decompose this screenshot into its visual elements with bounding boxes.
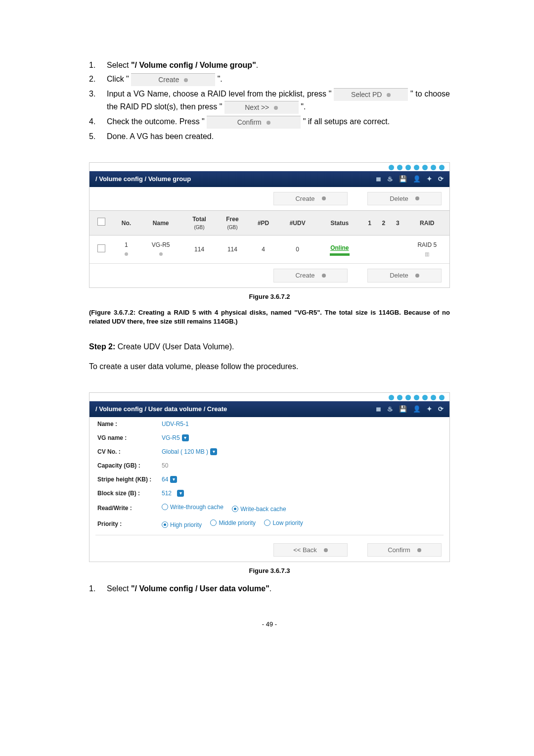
capacity-field[interactable]: 50 (162, 461, 168, 470)
step-2-heading: Step 2: Create UDV (User Data Volume). (89, 341, 450, 353)
rw-writethrough-option[interactable]: Write-through cache (162, 503, 223, 512)
create-button[interactable]: Create (273, 192, 348, 206)
header-icons: ≣ ♨ 💾 👤 ✦ ⟳ (376, 404, 444, 414)
next-button-inline[interactable]: Next >> (224, 101, 299, 114)
status-progress (330, 253, 350, 256)
row-checkbox[interactable] (97, 244, 105, 252)
confirm-button-inline[interactable]: Confirm (207, 116, 301, 129)
rw-writeback-option[interactable]: Write-back cache (232, 505, 286, 514)
col-free: Free(GB) (217, 211, 249, 236)
col-3: 3 (391, 211, 404, 236)
chevron-down-icon: ▾ (182, 434, 189, 441)
priority-high-option[interactable]: High priority (162, 520, 202, 529)
radio-icon (210, 520, 217, 526)
stripe-select[interactable]: 64▾ (162, 475, 177, 484)
radio-checked-icon (232, 506, 238, 512)
header-icons: ≣ ♨ 💾 👤 ✦ ⟳ (376, 174, 444, 184)
table-row: 1 VG-R5 114 114 4 0 Online RAID 5▥ (89, 236, 449, 264)
refresh-icon[interactable]: ⟳ (438, 174, 444, 184)
li-num: 2. (89, 73, 107, 85)
page-number: - 49 - (89, 619, 450, 629)
capacity-label: Capacity (GB) : (97, 461, 162, 470)
radio-checked-icon (162, 521, 168, 528)
step-2-sub: To create a user data volume, please fol… (89, 361, 450, 373)
cvno-select[interactable]: Global ( 120 MB )▾ (162, 447, 217, 456)
li-num: 1. (89, 59, 107, 71)
priority-label: Priority : (97, 520, 162, 528)
delete-button[interactable]: Delete (367, 269, 442, 283)
figure-description: (Figure 3.6.7.2: Creating a RAID 5 with … (89, 308, 450, 326)
breadcrumb: / Volume config / Volume group (95, 174, 191, 184)
li-num: 5. (89, 131, 107, 142)
col-name: Name (139, 211, 182, 236)
block-label: Block size (B) : (97, 489, 162, 498)
col-status: Status (316, 211, 362, 236)
block-select[interactable]: 512 ▾ (162, 489, 184, 498)
figure-caption: Figure 3.6.7.3 (89, 566, 450, 576)
li-text: Select (107, 61, 131, 69)
col-no: No. (113, 211, 139, 236)
raid-icon[interactable]: ▥ (425, 251, 429, 257)
led-row (89, 393, 449, 401)
li-num: 4. (89, 116, 107, 128)
name-label: Name : (97, 420, 162, 428)
instructions-list-1: 1. Select "/ Volume config / Volume grou… (89, 59, 450, 142)
chevron-down-icon: ▾ (177, 490, 184, 497)
confirm-button[interactable]: Confirm (367, 543, 442, 557)
chevron-down-icon: ▾ (170, 476, 177, 483)
flame-icon[interactable]: ♨ (387, 404, 393, 414)
col-raid: RAID (405, 211, 449, 236)
figure-caption: Figure 3.6.7.2 (89, 292, 450, 302)
cvno-label: CV No. : (97, 447, 162, 456)
create-button[interactable]: Create (273, 269, 348, 283)
radio-icon (162, 504, 168, 510)
list-icon[interactable]: ≣ (376, 174, 381, 184)
li-num: 1. (89, 583, 107, 595)
breadcrumb: / Volume config / User data volume / Cre… (95, 404, 227, 414)
person-icon[interactable]: 👤 (413, 174, 421, 184)
person-icon[interactable]: 👤 (413, 404, 421, 414)
col-2: 2 (377, 211, 391, 236)
li-num: 3. (89, 88, 107, 100)
li-text: Done. A VG has been created. (107, 132, 214, 141)
li-text-bold: "/ Volume config / Volume group" (131, 61, 256, 69)
select-all-checkbox[interactable] (97, 218, 105, 226)
create-udv-panel: / Volume config / User data volume / Cre… (89, 392, 450, 562)
vgname-label: VG name : (97, 433, 162, 442)
refresh-icon[interactable]: ⟳ (438, 404, 444, 414)
tools-icon[interactable]: ✦ (427, 174, 432, 184)
col-1: 1 (362, 211, 376, 236)
save-icon[interactable]: 💾 (399, 404, 407, 414)
tools-icon[interactable]: ✦ (427, 404, 432, 414)
col-pd: #PD (248, 211, 278, 236)
stripe-label: Stripe height (KB) : (97, 475, 162, 484)
flame-icon[interactable]: ♨ (387, 174, 393, 184)
back-button[interactable]: << Back (273, 543, 348, 557)
rw-label: Read/Write : (97, 504, 162, 513)
volume-group-table: No. Name Total(GB) Free(GB) #PD #UDV Sta… (89, 210, 449, 263)
volume-group-panel: / Volume config / Volume group ≣ ♨ 💾 👤 ✦… (89, 162, 450, 288)
instructions-list-2: 1. Select "/ Volume config / User data v… (89, 583, 450, 595)
col-total: Total(GB) (182, 211, 216, 236)
chevron-down-icon: ▾ (210, 448, 217, 455)
col-udv: #UDV (278, 211, 316, 236)
save-icon[interactable]: 💾 (399, 174, 407, 184)
name-field[interactable]: UDV-R5-1 (162, 420, 189, 428)
led-row (89, 163, 449, 171)
vgname-select[interactable]: VG-R5▾ (162, 433, 189, 442)
list-icon[interactable]: ≣ (376, 404, 381, 414)
select-pd-button-inline[interactable]: Select PD (334, 88, 408, 101)
priority-middle-option[interactable]: Middle priority (210, 519, 256, 527)
priority-low-option[interactable]: Low priority (264, 519, 303, 527)
create-button-inline[interactable]: Create (131, 73, 215, 86)
delete-button[interactable]: Delete (367, 192, 442, 206)
radio-icon (264, 520, 270, 526)
status-badge: Online (330, 244, 349, 251)
